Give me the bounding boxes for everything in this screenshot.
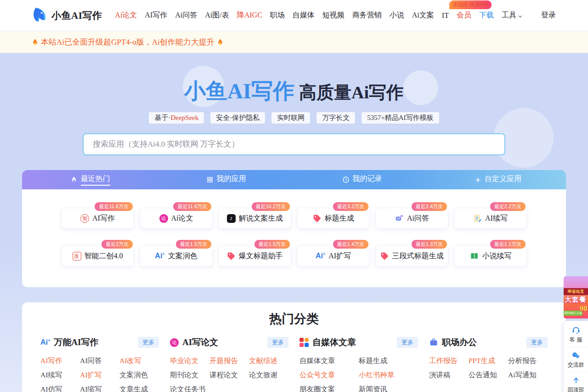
nav-menu: Ai论文AI写作Ai问答Ai图/表降AIGC职场自媒体短视频商务营销小说Ai文案… xyxy=(115,11,523,20)
page-title-highlight: 小鱼AI写作 xyxy=(184,77,294,106)
nav-item-10[interactable]: Ai文案 xyxy=(412,11,434,20)
nav-item-7[interactable]: 短视频 xyxy=(322,11,345,20)
tab-plus[interactable]: 自定义应用 xyxy=(430,170,566,189)
tab-flame[interactable]: 最近热门 xyxy=(22,170,158,189)
category-item[interactable]: 标题生成 xyxy=(359,353,418,368)
category-item[interactable]: 文案润色 xyxy=(119,368,159,382)
app-card[interactable]: 最近1.4万次Ai+AI扩写 xyxy=(297,245,370,267)
tab-label: 最近热门 xyxy=(81,174,110,186)
login-link[interactable]: 登录 xyxy=(541,11,556,20)
tab-grid[interactable]: 我的应用 xyxy=(158,170,294,189)
nav-item-11[interactable]: IT xyxy=(442,11,449,20)
category-item[interactable]: AI缩写 xyxy=(80,382,119,392)
category-item[interactable]: 自媒体文章 xyxy=(300,353,359,368)
promo-banner[interactable]: 毕业论文 大套餐 98 限时购买,立减 xyxy=(564,276,588,318)
nav-item-12[interactable]: 会员庆国庆·终身VIP xyxy=(457,11,471,20)
nav-item-9[interactable]: 小说 xyxy=(390,11,404,20)
nav-item-label: AI写作 xyxy=(145,11,167,20)
gai-square-icon: 改 xyxy=(73,252,81,261)
nav-item-8[interactable]: 商务营销 xyxy=(352,11,382,20)
category-item[interactable]: 论文任务书 xyxy=(170,382,209,392)
app-name: 智能二创4.0 xyxy=(85,251,123,261)
category-item[interactable]: 演讲稿 xyxy=(429,368,469,382)
nav-item-label: 职场 xyxy=(270,11,285,20)
app-card[interactable]: 最近2万次改智能二创4.0 xyxy=(61,245,134,267)
page: 小鱼AI写作 Ai论文AI写作Ai问答Ai图/表降AIGC职场自媒体短视频商务营… xyxy=(0,0,588,392)
float-arrow-up[interactable]: 回顶部 xyxy=(564,373,588,392)
more-button[interactable]: 更多 xyxy=(138,337,159,348)
category-item[interactable]: AI仿写 xyxy=(40,382,80,392)
fish-logo-icon xyxy=(31,7,48,24)
app-name: Ai论文 xyxy=(171,214,193,223)
tab-clock[interactable]: 我的记录 xyxy=(294,170,430,189)
category-item[interactable]: 课程论文 xyxy=(209,368,249,382)
page-title: 小鱼AI写作 高质量Ai写作 xyxy=(0,53,588,106)
category-item[interactable]: 毕业论文 xyxy=(170,353,209,368)
category-item[interactable]: AI问答 xyxy=(80,353,119,368)
app-name: 小说续写 xyxy=(482,251,512,261)
ai-plus-icon: Ai+ xyxy=(155,252,164,260)
tab-bar: 最近热门我的应用我的记录自定义应用 xyxy=(22,170,566,189)
app-card[interactable]: 最近11.6万次论Ai论文 xyxy=(140,208,213,229)
app-card[interactable]: 最近16.2万次♪解说文案生成 xyxy=(218,208,291,229)
promo-price: 98 xyxy=(580,304,588,313)
app-card[interactable]: 最近1.5万次爆文标题助手 xyxy=(218,245,291,267)
float-headset[interactable]: 客 服 xyxy=(564,322,588,347)
app-card[interactable]: 最近2.2万次AI续写 xyxy=(454,208,527,229)
category-item[interactable]: 新闻资讯 xyxy=(359,382,418,392)
nav-item-3[interactable]: Ai图/表 xyxy=(205,11,229,20)
usage-badge: 最近2.2万次 xyxy=(490,202,526,211)
category-item[interactable]: 文章生成 xyxy=(119,382,159,392)
nav-item-1[interactable]: AI写作 xyxy=(145,11,167,20)
nav-item-5[interactable]: 职场 xyxy=(270,11,285,20)
hero: 小鱼AI写作 高质量Ai写作 基于·DeepSeek安全·保护隐私实时联网万字长… xyxy=(0,53,588,170)
category-item[interactable]: AI改写 xyxy=(119,353,159,368)
category-item[interactable]: 朋友圈文案 xyxy=(300,382,359,392)
briefcase-icon xyxy=(429,338,438,347)
nav-item-14[interactable]: 工具 xyxy=(502,11,523,20)
more-button[interactable]: 更多 xyxy=(397,337,418,348)
float-actions: 客 服交流群回顶部 xyxy=(564,321,588,392)
category-item[interactable]: 分析报告 xyxy=(508,353,548,368)
app-card[interactable]: 最近11.6万次智AI写作 xyxy=(61,208,134,229)
category-item[interactable]: Ai写通知 xyxy=(508,368,548,382)
category-item[interactable]: 期刊论文 xyxy=(170,368,209,382)
nav-item-2[interactable]: Ai问答 xyxy=(175,11,197,20)
category-item[interactable]: AI写作 xyxy=(40,353,80,368)
tag-icon xyxy=(227,252,236,261)
more-button[interactable]: 更多 xyxy=(267,337,288,348)
app-card[interactable]: 最近1.3万次三段式标题生成 xyxy=(375,245,448,267)
tab-label: 我的应用 xyxy=(217,174,246,186)
category-item[interactable]: PPT生成 xyxy=(469,353,508,368)
search-input[interactable] xyxy=(83,133,505,155)
category-title: 职场办公 xyxy=(442,336,477,348)
notice-text: 本站Ai已全面升级超GPT4-o版，Ai创作能力大提升 xyxy=(41,37,215,47)
category-item[interactable]: AI扩写 xyxy=(80,368,119,382)
nav-item-13[interactable]: 下载 xyxy=(479,11,494,20)
app-card[interactable]: 最近3.2万次标题生成 xyxy=(297,208,370,229)
nav-item-label: 小说 xyxy=(390,11,404,20)
category-item[interactable]: 工作报告 xyxy=(429,353,469,368)
more-button[interactable]: 更多 xyxy=(526,337,548,348)
usage-badge: 最近3.2万次 xyxy=(333,202,368,211)
category-item[interactable]: AI续写 xyxy=(40,368,80,382)
app-card[interactable]: 最近1.1万次小说续写 xyxy=(454,245,527,267)
app-name: AI续写 xyxy=(485,214,508,223)
category-item[interactable]: 公告通知 xyxy=(469,368,508,382)
brand[interactable]: 小鱼AI写作 xyxy=(31,7,102,24)
nav-item-6[interactable]: 自媒体 xyxy=(293,11,315,20)
category-item[interactable]: 开题报告 xyxy=(209,353,249,368)
flame-icon xyxy=(216,38,224,46)
float-wechat[interactable]: 交流群 xyxy=(564,347,588,373)
chevron-down-icon xyxy=(518,14,523,19)
app-card[interactable]: 最近2.4万次Ai问答 xyxy=(375,208,448,229)
app-card[interactable]: 最近1.5万次Ai+文案润色 xyxy=(140,245,213,267)
category-item[interactable]: 小红书种草 xyxy=(359,368,418,382)
app-name: AI扩写 xyxy=(328,251,351,261)
category-item[interactable]: 论文致谢 xyxy=(249,368,288,382)
nav-item-4[interactable]: 降AIGC xyxy=(237,11,262,20)
float-label: 回顶部 xyxy=(568,386,584,392)
category-item[interactable]: 公众号文章 xyxy=(300,368,359,382)
nav-item-0[interactable]: Ai论文 xyxy=(115,11,137,20)
category-item[interactable]: 文献综述 xyxy=(249,353,288,368)
